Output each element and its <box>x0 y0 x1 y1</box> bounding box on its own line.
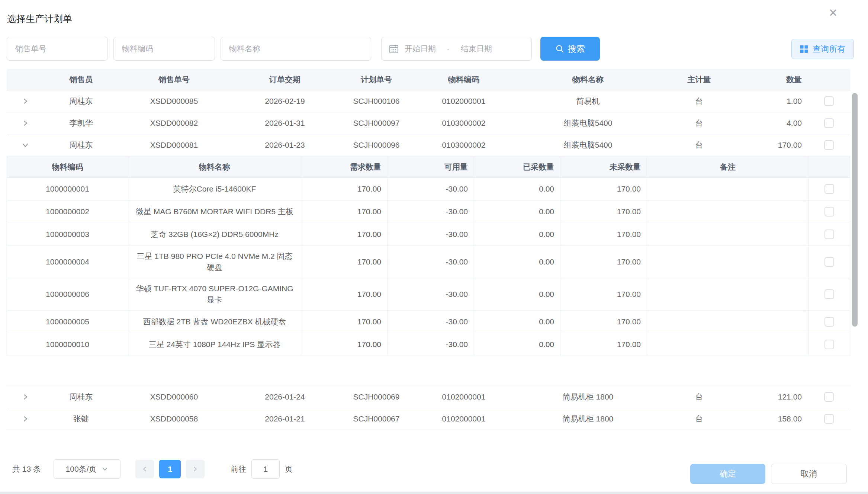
subrow-checkbox[interactable] <box>824 230 834 239</box>
cell-salesperson: 周桂东 <box>44 386 118 408</box>
subcell-purchased-qty: 0.00 <box>474 223 560 246</box>
table-row: 张键 XSDD000058 2026-01-21 SCJH000067 0102… <box>7 408 850 430</box>
table-rows-bottom: 周桂东 XSDD000060 2026-01-24 SCJH000069 010… <box>7 386 850 430</box>
row-expand-toggle[interactable] <box>7 90 44 112</box>
subcell-purchased-qty: 0.00 <box>474 333 560 356</box>
row-expand-toggle[interactable] <box>7 408 44 430</box>
cell-checkbox <box>808 112 850 134</box>
subcell-purchased-qty: 0.00 <box>474 278 560 310</box>
cell-checkbox <box>808 386 850 408</box>
subrow-checkbox[interactable] <box>824 184 834 194</box>
table-header-checkbox-col <box>808 69 850 90</box>
cell-salesperson: 周桂东 <box>44 90 118 112</box>
cell-qty: 158.00 <box>737 408 808 430</box>
cell-material-code: 0102000001 <box>413 386 515 408</box>
dialog-bottom-edge <box>0 492 868 494</box>
subcell-required-qty: 170.00 <box>301 201 388 223</box>
subcell-available-qty: -30.00 <box>388 178 474 200</box>
subcell-remark <box>647 223 809 246</box>
table-rows-top: 周桂东 XSDD000085 2026-02-19 SCJH000106 010… <box>7 90 850 156</box>
goto-label: 前往 <box>231 464 246 474</box>
table-header-row: 销售员 销售单号 订单交期 计划单号 物料编码 物料名称 主计量 数量 <box>7 69 850 90</box>
subcell-required-qty: 170.00 <box>301 246 388 278</box>
table-row: 周桂东 XSDD000085 2026-02-19 SCJH000106 010… <box>7 90 850 112</box>
search-button[interactable]: 搜索 <box>540 37 600 61</box>
row-expand-toggle[interactable] <box>7 134 44 156</box>
table-header-cell: 物料名称 <box>515 69 661 90</box>
subrow-checkbox[interactable] <box>824 207 834 216</box>
subrow-checkbox[interactable] <box>824 257 834 267</box>
row-expand-toggle[interactable] <box>7 386 44 408</box>
subcell-available-qty: -30.00 <box>388 311 474 333</box>
row-checkbox[interactable] <box>824 392 834 402</box>
cell-delivery-date: 2026-01-23 <box>230 134 340 156</box>
close-icon[interactable]: × <box>824 4 842 22</box>
cancel-button[interactable]: 取消 <box>771 464 847 484</box>
date-separator: - <box>447 44 450 53</box>
goto-page-input[interactable] <box>251 459 280 479</box>
table-header-cell: 销售员 <box>44 69 118 90</box>
cell-material-name: 简易机 <box>515 90 661 112</box>
subcell-available-qty: -30.00 <box>388 201 474 223</box>
subtable-row: 1000000010 三星 24英寸 1080P 144Hz IPS 显示器 1… <box>7 333 850 356</box>
subrow-checkbox[interactable] <box>824 340 834 349</box>
subrow-checkbox[interactable] <box>824 289 834 299</box>
date-end-placeholder: 结束日期 <box>461 44 492 54</box>
current-page-button[interactable]: 1 <box>159 460 181 478</box>
subcell-checkbox <box>809 246 850 278</box>
subrow-checkbox[interactable] <box>824 317 834 327</box>
vertical-scrollbar-thumb[interactable] <box>852 93 858 327</box>
cell-plan-no: SCJH000067 <box>340 408 413 430</box>
row-expand-toggle[interactable] <box>7 112 44 134</box>
filter-bar: 开始日期 - 结束日期 搜索 <box>7 37 600 61</box>
confirm-button[interactable]: 确定 <box>690 464 765 484</box>
query-all-button[interactable]: 查询所有 <box>791 39 854 59</box>
material-code-input[interactable] <box>113 37 215 61</box>
subcell-material-code: 1000000001 <box>7 178 128 200</box>
page-size-select[interactable]: 100条/页 <box>54 459 120 479</box>
next-page-button[interactable] <box>186 460 205 478</box>
date-start-placeholder: 开始日期 <box>405 44 436 54</box>
subcell-unpurchased-qty: 170.00 <box>560 178 647 200</box>
row-checkbox[interactable] <box>824 140 834 150</box>
subcell-material-name: 华硕 TUF-RTX 4070 SUPER-O12G-GAMING 显卡 <box>128 278 301 310</box>
table-header-cell: 物料编码 <box>413 69 515 90</box>
subcell-checkbox <box>809 178 850 200</box>
subcell-purchased-qty: 0.00 <box>474 201 560 223</box>
sales-order-input[interactable] <box>7 37 108 61</box>
cell-material-name: 组装电脑5400 <box>515 112 661 134</box>
row-checkbox[interactable] <box>824 414 834 424</box>
chevron-right-icon <box>22 97 29 105</box>
cell-qty: 170.00 <box>737 134 808 156</box>
subtable-header-cell: 需求数量 <box>301 156 388 177</box>
subtable-header-row: 物料编码 物料名称 需求数量 可用量 已采数量 未采数量 备注 <box>7 156 850 178</box>
subcell-material-code: 1000000003 <box>7 223 128 246</box>
row-checkbox[interactable] <box>824 118 834 128</box>
cell-qty: 121.00 <box>737 386 808 408</box>
subcell-remark <box>647 311 809 333</box>
page-unit-label: 页 <box>285 464 293 474</box>
cell-material-code: 0103000002 <box>413 112 515 134</box>
chevron-left-icon <box>141 466 148 472</box>
table-header-cell: 计划单号 <box>340 69 413 90</box>
subcell-available-qty: -30.00 <box>388 246 474 278</box>
prev-page-button[interactable] <box>135 460 154 478</box>
table-row: 周桂东 XSDD000060 2026-01-24 SCJH000069 010… <box>7 386 850 408</box>
page-title: 选择生产计划单 <box>7 13 72 25</box>
row-checkbox[interactable] <box>824 96 834 106</box>
cell-sales-order: XSDD000081 <box>118 134 230 156</box>
table-header-expand-col <box>7 69 44 90</box>
cell-plan-no: SCJH000106 <box>340 90 413 112</box>
subcell-material-code: 1000000010 <box>7 333 128 356</box>
chevron-right-icon <box>192 466 199 472</box>
date-range-picker[interactable]: 开始日期 - 结束日期 <box>381 37 532 61</box>
material-name-input[interactable] <box>221 37 371 61</box>
cell-qty: 4.00 <box>737 112 808 134</box>
subtable-header-cell: 已采数量 <box>474 156 560 177</box>
subcell-material-name: 芝奇 32GB (16G×2) DDR5 6000MHz <box>128 223 301 246</box>
expanded-subtable: 物料编码 物料名称 需求数量 可用量 已采数量 未采数量 备注 10000000… <box>7 156 850 356</box>
cell-unit: 台 <box>661 112 737 134</box>
subcell-remark <box>647 333 809 356</box>
cell-material-code: 0102000001 <box>413 408 515 430</box>
subtable-header-cell: 物料名称 <box>128 156 301 177</box>
